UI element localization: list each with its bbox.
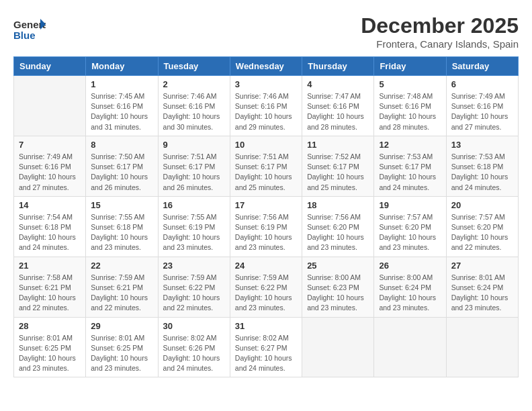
day-info: Sunrise: 7:55 AM Sunset: 6:19 PM Dayligh…	[163, 212, 225, 253]
table-row: 29 Sunrise: 8:01 AM Sunset: 6:25 PM Dayl…	[86, 317, 158, 377]
day-info: Sunrise: 7:59 AM Sunset: 6:22 PM Dayligh…	[235, 273, 297, 314]
table-row: 5 Sunrise: 7:48 AM Sunset: 6:16 PM Dayli…	[374, 76, 446, 136]
table-row: 13 Sunrise: 7:53 AM Sunset: 6:18 PM Dayl…	[446, 136, 518, 196]
table-row: 3 Sunrise: 7:46 AM Sunset: 6:16 PM Dayli…	[230, 76, 302, 136]
table-row: 31 Sunrise: 8:02 AM Sunset: 6:27 PM Dayl…	[230, 317, 302, 377]
calendar-week-row: 1 Sunrise: 7:45 AM Sunset: 6:16 PM Dayli…	[14, 76, 519, 136]
day-number: 12	[379, 140, 441, 150]
day-info: Sunrise: 8:02 AM Sunset: 6:26 PM Dayligh…	[163, 333, 225, 374]
day-number: 22	[91, 261, 152, 271]
day-number: 2	[163, 79, 225, 89]
location-title: Frontera, Canary Islands, Spain	[361, 38, 519, 50]
day-info: Sunrise: 7:57 AM Sunset: 6:20 PM Dayligh…	[451, 212, 513, 253]
day-info: Sunrise: 8:01 AM Sunset: 6:25 PM Dayligh…	[91, 333, 152, 374]
day-info: Sunrise: 7:46 AM Sunset: 6:16 PM Dayligh…	[163, 91, 225, 132]
table-row: 20 Sunrise: 7:57 AM Sunset: 6:20 PM Dayl…	[446, 196, 518, 257]
day-number: 26	[379, 261, 441, 271]
header-monday: Monday	[86, 57, 158, 76]
day-info: Sunrise: 7:58 AM Sunset: 6:21 PM Dayligh…	[19, 273, 81, 314]
header-sunday: Sunday	[14, 57, 86, 76]
table-row: 26 Sunrise: 8:00 AM Sunset: 6:24 PM Dayl…	[374, 257, 446, 317]
day-number: 24	[235, 261, 297, 271]
day-number: 28	[19, 321, 81, 331]
table-row: 15 Sunrise: 7:55 AM Sunset: 6:18 PM Dayl…	[86, 196, 158, 257]
day-info: Sunrise: 7:55 AM Sunset: 6:18 PM Dayligh…	[91, 212, 152, 253]
day-number: 3	[235, 79, 297, 89]
day-number: 31	[235, 321, 297, 331]
table-row: 22 Sunrise: 7:59 AM Sunset: 6:21 PM Dayl…	[86, 257, 158, 317]
table-row: 11 Sunrise: 7:52 AM Sunset: 6:17 PM Dayl…	[302, 136, 374, 196]
table-row: 17 Sunrise: 7:56 AM Sunset: 6:19 PM Dayl…	[230, 196, 302, 257]
header-friday: Friday	[374, 57, 446, 76]
day-number: 6	[451, 79, 513, 89]
table-row	[302, 317, 374, 377]
month-title: December 2025	[361, 13, 519, 38]
day-number: 11	[307, 140, 369, 150]
table-row: 14 Sunrise: 7:54 AM Sunset: 6:18 PM Dayl…	[14, 196, 86, 257]
day-number: 29	[91, 321, 152, 331]
title-block: December 2025 Frontera, Canary Islands, …	[361, 13, 519, 50]
day-info: Sunrise: 7:52 AM Sunset: 6:17 PM Dayligh…	[307, 152, 369, 193]
day-number: 19	[379, 200, 441, 210]
day-number: 17	[235, 200, 297, 210]
calendar-table: Sunday Monday Tuesday Wednesday Thursday…	[13, 56, 519, 377]
table-row: 24 Sunrise: 7:59 AM Sunset: 6:22 PM Dayl…	[230, 257, 302, 317]
table-row: 28 Sunrise: 8:01 AM Sunset: 6:25 PM Dayl…	[14, 317, 86, 377]
day-number: 4	[307, 79, 369, 89]
day-info: Sunrise: 7:53 AM Sunset: 6:18 PM Dayligh…	[451, 152, 513, 193]
day-number: 25	[307, 261, 369, 271]
table-row	[374, 317, 446, 377]
table-row: 7 Sunrise: 7:49 AM Sunset: 6:16 PM Dayli…	[14, 136, 86, 196]
table-row: 23 Sunrise: 7:59 AM Sunset: 6:22 PM Dayl…	[158, 257, 230, 317]
day-number: 7	[19, 140, 81, 150]
calendar-header-row: Sunday Monday Tuesday Wednesday Thursday…	[14, 57, 519, 76]
day-info: Sunrise: 7:56 AM Sunset: 6:19 PM Dayligh…	[235, 212, 297, 253]
day-number: 16	[163, 200, 225, 210]
day-info: Sunrise: 8:01 AM Sunset: 6:25 PM Dayligh…	[19, 333, 81, 374]
day-number: 10	[235, 140, 297, 150]
table-row	[446, 317, 518, 377]
day-info: Sunrise: 7:51 AM Sunset: 6:17 PM Dayligh…	[163, 152, 225, 193]
day-number: 14	[19, 200, 81, 210]
day-number: 21	[19, 261, 81, 271]
table-row: 2 Sunrise: 7:46 AM Sunset: 6:16 PM Dayli…	[158, 76, 230, 136]
day-info: Sunrise: 8:00 AM Sunset: 6:24 PM Dayligh…	[379, 273, 441, 314]
table-row: 6 Sunrise: 7:49 AM Sunset: 6:16 PM Dayli…	[446, 76, 518, 136]
day-info: Sunrise: 7:49 AM Sunset: 6:16 PM Dayligh…	[451, 91, 513, 132]
table-row: 18 Sunrise: 7:56 AM Sunset: 6:20 PM Dayl…	[302, 196, 374, 257]
day-info: Sunrise: 7:51 AM Sunset: 6:17 PM Dayligh…	[235, 152, 297, 193]
day-number: 13	[451, 140, 513, 150]
day-info: Sunrise: 7:49 AM Sunset: 6:16 PM Dayligh…	[19, 152, 81, 193]
day-info: Sunrise: 8:00 AM Sunset: 6:23 PM Dayligh…	[307, 273, 369, 314]
table-row: 16 Sunrise: 7:55 AM Sunset: 6:19 PM Dayl…	[158, 196, 230, 257]
day-info: Sunrise: 7:56 AM Sunset: 6:20 PM Dayligh…	[307, 212, 369, 253]
day-info: Sunrise: 8:01 AM Sunset: 6:24 PM Dayligh…	[451, 273, 513, 314]
header-saturday: Saturday	[446, 57, 518, 76]
day-number: 9	[163, 140, 225, 150]
table-row: 1 Sunrise: 7:45 AM Sunset: 6:16 PM Dayli…	[86, 76, 158, 136]
calendar-week-row: 7 Sunrise: 7:49 AM Sunset: 6:16 PM Dayli…	[14, 136, 519, 196]
logo: General Blue	[13, 13, 46, 46]
table-row: 9 Sunrise: 7:51 AM Sunset: 6:17 PM Dayli…	[158, 136, 230, 196]
header-tuesday: Tuesday	[158, 57, 230, 76]
day-info: Sunrise: 7:53 AM Sunset: 6:17 PM Dayligh…	[379, 152, 441, 193]
day-number: 8	[91, 140, 152, 150]
table-row: 10 Sunrise: 7:51 AM Sunset: 6:17 PM Dayl…	[230, 136, 302, 196]
calendar-week-row: 21 Sunrise: 7:58 AM Sunset: 6:21 PM Dayl…	[14, 257, 519, 317]
day-info: Sunrise: 7:57 AM Sunset: 6:20 PM Dayligh…	[379, 212, 441, 253]
day-number: 27	[451, 261, 513, 271]
svg-text:Blue: Blue	[13, 30, 36, 41]
header-wednesday: Wednesday	[230, 57, 302, 76]
day-number: 5	[379, 79, 441, 89]
day-number: 30	[163, 321, 225, 331]
page-header: General Blue December 2025 Frontera, Can…	[13, 13, 519, 50]
day-number: 15	[91, 200, 152, 210]
day-number: 23	[163, 261, 225, 271]
table-row: 12 Sunrise: 7:53 AM Sunset: 6:17 PM Dayl…	[374, 136, 446, 196]
day-number: 1	[91, 79, 152, 89]
table-row: 25 Sunrise: 8:00 AM Sunset: 6:23 PM Dayl…	[302, 257, 374, 317]
logo-icon: General Blue	[13, 13, 46, 46]
day-info: Sunrise: 7:54 AM Sunset: 6:18 PM Dayligh…	[19, 212, 81, 253]
day-info: Sunrise: 7:59 AM Sunset: 6:22 PM Dayligh…	[163, 273, 225, 314]
header-thursday: Thursday	[302, 57, 374, 76]
